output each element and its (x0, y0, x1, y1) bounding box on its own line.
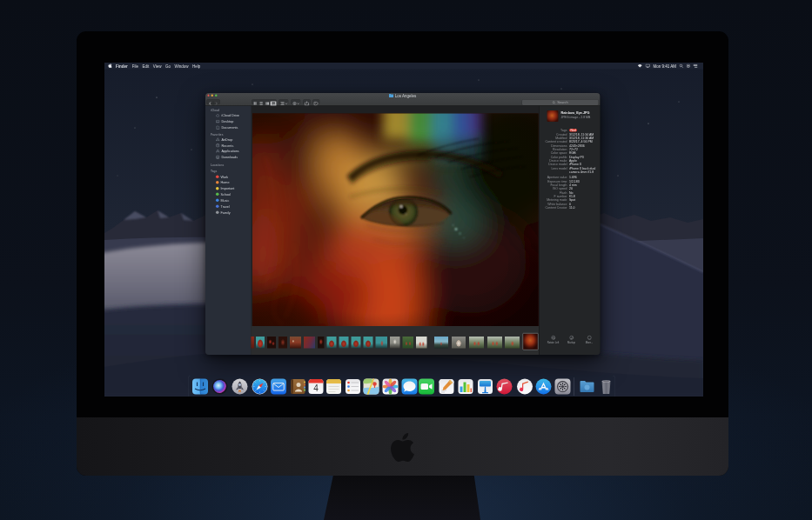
svg-text:4: 4 (313, 383, 319, 393)
